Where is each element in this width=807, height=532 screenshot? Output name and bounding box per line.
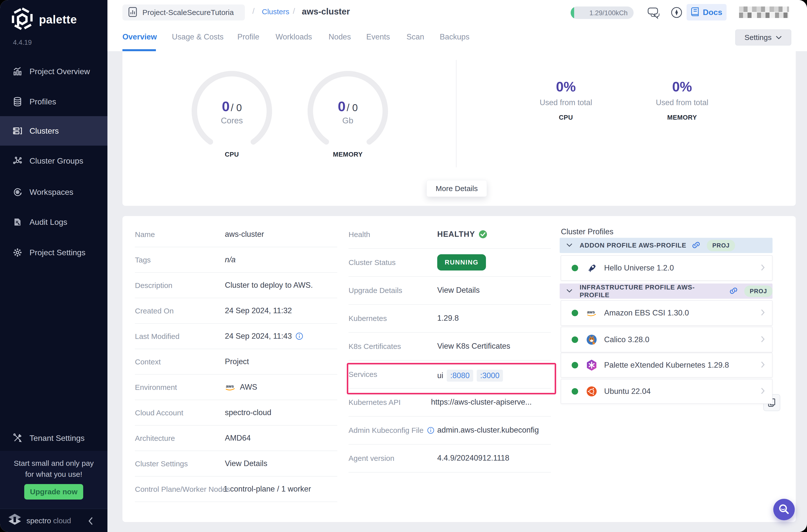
profile-item-ubuntu[interactable]: Ubuntu 22.04 [561, 379, 772, 404]
chevron-right-icon [761, 336, 765, 344]
compass-icon[interactable] [670, 5, 683, 19]
infrastructure-profile-group-header[interactable]: INFRASTRUCTURE PROFILE AWS-PROFILE PROJ [560, 284, 772, 299]
sidebar-item-cluster-groups[interactable]: Cluster Groups [0, 146, 108, 176]
status-dot [571, 265, 578, 271]
tab-nodes[interactable]: Nodes [329, 33, 351, 41]
tab-usage-costs[interactable]: Usage & Costs [172, 33, 224, 41]
project-name: Project-ScaleSecureTutoria [143, 8, 245, 17]
chevron-down-icon [566, 288, 573, 294]
top-bar: Project-ScaleSecureTutoria / Clusters / … [108, 0, 807, 25]
sidebar-item-profiles[interactable]: Profiles [0, 87, 108, 116]
status-dot [571, 337, 578, 343]
tab-overview[interactable]: Overview [123, 33, 157, 41]
search-smile-icon [777, 503, 790, 516]
memory-used: 0 [338, 98, 345, 114]
settings-button[interactable]: Settings [735, 30, 791, 45]
chevron-right-icon [761, 264, 765, 272]
tab-workloads[interactable]: Workloads [276, 33, 312, 41]
status-row-admin-kubeconfig: Admin Kubeconfig File admin.aws-cluster.… [349, 416, 551, 444]
user-name-redacted[interactable] [739, 6, 789, 18]
rocket-icon [586, 263, 597, 273]
detail-row-cloud-account: Cloud Account spectro-cloud [135, 400, 337, 425]
details-card: Name aws-cluster Tags n/a Description Cl… [123, 216, 796, 522]
detail-row-tags: Tags n/a [135, 247, 337, 273]
tab-backups[interactable]: Backups [440, 33, 469, 41]
addon-profile-group-header[interactable]: ADDON PROFILE AWS-PROFILE PROJ [560, 238, 772, 253]
status-row-services: Services ui :8080 :3000 [349, 360, 551, 388]
service-port-link[interactable]: :3000 [477, 370, 503, 382]
memory-usage-caption: Used from total [642, 98, 722, 107]
profile-item-amazon-ebs-csi[interactable]: aws Amazon EBS CSI 1.30.0 [561, 300, 772, 326]
sidebar-item-clusters[interactable]: Clusters [0, 116, 108, 146]
tab-events[interactable]: Events [366, 33, 390, 41]
cpu-used: 0 [222, 98, 230, 114]
status-dot [571, 362, 578, 368]
main-content: 0 / 0 Cores CPU 0 / 0 Gb MEMORY [108, 51, 807, 532]
usage-card: 0 / 0 Cores CPU 0 / 0 Gb MEMORY [123, 51, 796, 206]
memory-unit: Gb [305, 116, 390, 126]
palette-logo-icon [12, 7, 33, 32]
help-search-fab[interactable] [773, 499, 795, 520]
chat-icon[interactable] [646, 5, 661, 19]
project-icon [128, 7, 137, 18]
sidebar-item-workspaces[interactable]: Workspaces [0, 177, 108, 207]
memory-gauge: 0 / 0 Gb MEMORY [305, 69, 390, 154]
breadcrumb-current-cluster: aws-cluster [302, 6, 350, 17]
service-port-link[interactable]: :8080 [447, 370, 473, 382]
memory-usage-percent: 0% [642, 79, 722, 95]
spectro-cloud-brand: spectro cloud [26, 516, 71, 525]
sidebar-item-label: Cluster Groups [30, 156, 83, 166]
upgrade-view-details-link[interactable]: View Details [437, 286, 480, 295]
more-details-button[interactable]: More Details [427, 180, 487, 197]
tools-icon [12, 433, 23, 443]
docs-button[interactable]: Docs [687, 4, 727, 20]
status-dot [571, 310, 578, 316]
profile-item-hello-universe[interactable]: Hello Universe 1.2.0 [561, 255, 772, 281]
detail-row-last-modified: Last Modified 24 Sep 2024, 11:43 [135, 323, 337, 349]
detail-row-context: Context Project [135, 349, 337, 375]
proj-badge: PROJ [744, 285, 772, 297]
usage-meter-value: 1.29/100kCh [589, 9, 627, 17]
chevron-down-icon [566, 243, 573, 248]
upgrade-now-button[interactable]: Upgrade now [24, 484, 83, 499]
sidebar-item-tenant-settings[interactable]: Tenant Settings [0, 423, 108, 453]
palette-logo: palette [12, 7, 77, 32]
detail-row-cluster-settings: Cluster Settings View Details [135, 451, 337, 477]
svg-text:aws: aws [587, 310, 595, 315]
pxk-hexagon-icon [586, 360, 597, 370]
info-icon[interactable] [427, 426, 434, 434]
active-tab-underline [123, 49, 156, 51]
profile-item-calico[interactable]: Calico 3.28.0 [561, 327, 772, 353]
link-icon [729, 287, 738, 295]
link-icon [692, 242, 700, 249]
network-icon [12, 155, 23, 166]
check-circle-icon [478, 230, 487, 239]
breadcrumb-clusters-link[interactable]: Clusters [262, 7, 289, 16]
cpu-caption: CPU [189, 151, 274, 158]
cpu-usage-stat: 0% Used from total CPU [526, 79, 606, 121]
usage-meter: 1.29/100kCh [571, 6, 634, 19]
server-icon [12, 126, 23, 136]
database-icon [12, 96, 23, 107]
aws-logo-icon: aws [586, 307, 597, 319]
cpu-usage-caption: Used from total [526, 98, 606, 107]
cluster-settings-view-details-link[interactable]: View Details [225, 459, 267, 468]
project-switcher-chip[interactable]: Project-ScaleSecureTutoria [123, 4, 245, 20]
tab-profile[interactable]: Profile [237, 33, 259, 41]
profile-item-palette-extended-kubernetes[interactable]: Palette eXtended Kubernetes 1.29.8 [561, 353, 772, 378]
sidebar-item-audit-logs[interactable]: Audit Logs [0, 207, 108, 237]
chevron-right-icon [761, 387, 765, 396]
orbit-icon [12, 187, 23, 197]
view-k8s-certificates-link[interactable]: View K8s Certificates [437, 342, 510, 351]
sidebar-item-project-overview[interactable]: Project Overview [0, 57, 108, 86]
tab-scan[interactable]: Scan [407, 33, 424, 41]
sidebar-item-label: Audit Logs [30, 217, 67, 227]
info-icon[interactable] [295, 332, 303, 340]
usage-meter-progress [571, 6, 574, 19]
sidebar-collapse-icon[interactable] [88, 516, 94, 527]
spectro-cloud-logo-icon [7, 513, 22, 528]
vertical-divider [456, 60, 456, 167]
kubeconfig-download-link[interactable]: admin.aws-cluster.kubeconfig [437, 425, 539, 435]
sidebar-item-project-settings[interactable]: Project Settings [0, 238, 108, 267]
memory-caption: MEMORY [305, 151, 390, 158]
